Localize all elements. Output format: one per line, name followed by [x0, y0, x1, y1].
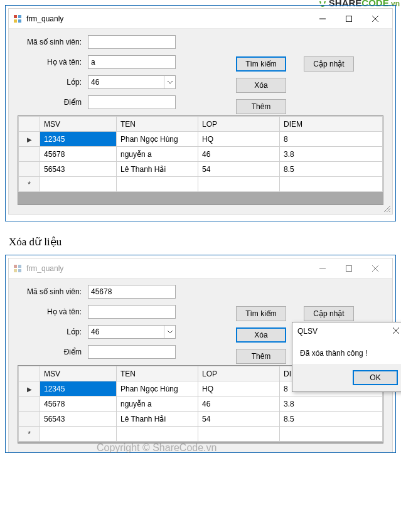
close-icon[interactable]: [393, 327, 399, 336]
input-hoten[interactable]: [88, 305, 176, 319]
table-cell[interactable]: [117, 427, 198, 442]
col-diem[interactable]: DIEM: [280, 117, 383, 132]
table-cell[interactable]: 45678: [40, 396, 117, 412]
messagebox-qlsv: QLSV Đã xóa thành công ! OK: [292, 322, 401, 392]
chevron-down-icon: [164, 326, 175, 338]
close-button[interactable]: [362, 260, 388, 277]
titlebar: frm_quanly: [9, 9, 392, 29]
row-header: [19, 162, 40, 177]
window-title: frm_quanly: [26, 14, 309, 23]
table-cell[interactable]: Lê Thanh Hải: [117, 162, 198, 177]
table-row[interactable]: 45678nguyễn a463.8: [19, 396, 383, 412]
svg-line-7: [372, 16, 378, 22]
search-button[interactable]: Tìm kiếm: [236, 306, 286, 321]
col-ten[interactable]: TEN: [117, 117, 198, 132]
svg-rect-3: [18, 19, 21, 23]
table-cell[interactable]: [40, 427, 117, 442]
table-cell[interactable]: 54: [198, 412, 280, 427]
table-cell[interactable]: 8.5: [280, 162, 383, 177]
titlebar: frm_quanly: [9, 258, 392, 279]
svg-rect-11: [14, 265, 17, 268]
svg-rect-13: [14, 269, 17, 272]
combo-lop[interactable]: 46: [88, 325, 176, 339]
label-lop: Lớp:: [18, 78, 88, 87]
table-cell[interactable]: 12345: [40, 381, 117, 396]
resize-grip-icon[interactable]: [382, 204, 391, 213]
svg-rect-16: [346, 265, 352, 271]
table-cell[interactable]: nguyễn a: [117, 396, 198, 412]
update-button[interactable]: Cập nhật: [304, 56, 354, 72]
table-row[interactable]: 56543Lê Thanh Hải548.5: [19, 412, 383, 427]
delete-button[interactable]: Xóa: [236, 78, 286, 93]
table-cell[interactable]: 3.8: [280, 396, 383, 412]
close-button[interactable]: [362, 10, 388, 28]
row-header: ▶: [19, 132, 40, 147]
svg-rect-12: [18, 265, 21, 268]
table-cell[interactable]: 3.8: [280, 147, 383, 162]
maximize-button[interactable]: [336, 10, 362, 28]
add-button[interactable]: Thêm: [236, 349, 286, 364]
messagebox-title: QLSV: [297, 327, 393, 336]
table-cell[interactable]: [198, 177, 280, 192]
datagrid[interactable]: MSV TEN LOP DIEM ▶12345Phan Ngọc HùngHQ8…: [18, 115, 383, 205]
row-header: ▶: [19, 381, 40, 396]
table-cell[interactable]: [117, 177, 198, 192]
minimize-button[interactable]: [309, 260, 336, 277]
row-header-newrow: *: [19, 427, 40, 442]
col-lop[interactable]: LOP: [198, 366, 280, 381]
table-cell[interactable]: 12345: [40, 132, 117, 147]
ok-button[interactable]: OK: [353, 370, 398, 385]
row-header: [19, 396, 40, 412]
add-button[interactable]: Thêm: [236, 99, 286, 114]
table-cell[interactable]: Phan Ngọc Hùng: [117, 381, 198, 396]
table-cell[interactable]: 56543: [40, 412, 117, 427]
table-cell[interactable]: HQ: [198, 132, 280, 147]
table-cell[interactable]: HQ: [198, 381, 280, 396]
input-diem[interactable]: [88, 345, 176, 359]
screenshot-frame-1: frm_quanly Mã số sinh viên: Họ và tên: L…: [5, 5, 396, 221]
col-msv[interactable]: MSV: [40, 117, 117, 132]
table-new-row[interactable]: *: [19, 177, 383, 192]
grid-header-row: MSV TEN LOP DIEM: [19, 117, 383, 132]
input-hoten[interactable]: [88, 55, 176, 69]
table-cell[interactable]: 54: [198, 162, 280, 177]
table-cell[interactable]: 8: [280, 132, 383, 147]
table-row[interactable]: 45678nguyễn a463.8: [19, 147, 383, 162]
table-cell[interactable]: 46: [198, 147, 280, 162]
window-title: frm_quanly: [26, 264, 309, 273]
table-cell[interactable]: 56543: [40, 162, 117, 177]
section-caption: Xóa dữ liệu: [9, 235, 396, 248]
label-lop: Lớp:: [18, 327, 88, 336]
app-icon: [13, 14, 23, 24]
table-new-row[interactable]: *: [19, 427, 383, 442]
label-hoten: Họ và tên:: [18, 307, 88, 316]
label-diem: Điểm: [18, 98, 88, 107]
combo-lop[interactable]: 46: [88, 75, 176, 89]
input-msv[interactable]: [88, 285, 176, 299]
input-msv[interactable]: [88, 35, 176, 49]
table-row[interactable]: ▶12345Phan Ngọc HùngHQ8: [19, 132, 383, 147]
input-diem[interactable]: [88, 95, 176, 109]
table-cell[interactable]: nguyễn a: [117, 147, 198, 162]
minimize-button[interactable]: [309, 10, 336, 28]
table-cell[interactable]: 45678: [40, 147, 117, 162]
screenshot-frame-2: frm_quanly Mã số sinh viên: Họ và tên: L…: [5, 255, 396, 453]
messagebox-text: Đã xóa thành công !: [292, 340, 401, 364]
col-lop[interactable]: LOP: [198, 117, 280, 132]
table-cell[interactable]: [280, 177, 383, 192]
table-cell[interactable]: 46: [198, 396, 280, 412]
table-row[interactable]: 56543Lê Thanh Hải548.5: [19, 162, 383, 177]
delete-button[interactable]: Xóa: [236, 327, 286, 343]
table-cell[interactable]: Phan Ngọc Hùng: [117, 132, 198, 147]
table-cell[interactable]: Lê Thanh Hải: [117, 412, 198, 427]
table-cell[interactable]: [280, 427, 383, 442]
maximize-button[interactable]: [336, 260, 362, 277]
update-button[interactable]: Cập nhật: [304, 306, 354, 321]
table-cell[interactable]: [40, 177, 117, 192]
table-cell[interactable]: [198, 427, 280, 442]
col-msv[interactable]: MSV: [40, 366, 117, 381]
table-cell[interactable]: 8.5: [280, 412, 383, 427]
search-button[interactable]: Tìm kiếm: [236, 56, 286, 72]
svg-line-17: [372, 265, 378, 272]
col-ten[interactable]: TEN: [117, 366, 198, 381]
